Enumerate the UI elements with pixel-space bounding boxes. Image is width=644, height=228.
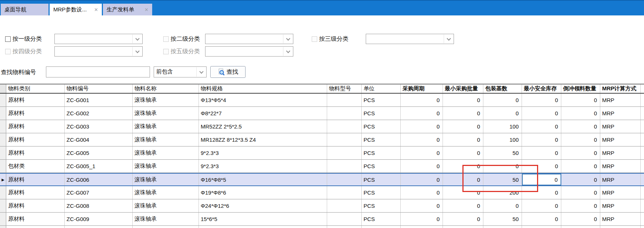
cell-category[interactable]: 包材类 bbox=[6, 160, 65, 173]
cell-unit[interactable]: PCS bbox=[362, 199, 401, 212]
cell-backflush_qty[interactable]: 0 bbox=[561, 107, 600, 120]
cell-package_base[interactable]: 0 bbox=[483, 160, 522, 173]
cell-backflush_qty[interactable]: 0 bbox=[561, 146, 600, 159]
cell-category[interactable]: 原材料 bbox=[6, 120, 65, 133]
cell-spec[interactable]: 9*2.3*3 bbox=[199, 146, 327, 159]
cell-unit[interactable]: PCS bbox=[362, 120, 401, 133]
cell-spec[interactable]: 9*2.3*3 bbox=[199, 160, 327, 173]
search-button[interactable]: 查找 bbox=[210, 66, 246, 78]
cell-code[interactable]: ZC-G003 bbox=[65, 120, 133, 133]
cell-package_base[interactable]: 200 bbox=[483, 186, 522, 199]
cell-purchase_cycle[interactable]: 0 bbox=[401, 146, 443, 159]
cell-code[interactable]: ZC-G007 bbox=[65, 186, 133, 199]
cell-unit[interactable]: PCS bbox=[362, 186, 401, 199]
cell-model[interactable] bbox=[327, 120, 362, 133]
cell-min_safe_stock[interactable]: 0 bbox=[522, 213, 561, 225]
table-row-ZC-G003[interactable]: 原材料ZC-G003滚珠轴承MR52ZZ 2*5*2.5PCS0010000MR… bbox=[0, 120, 644, 133]
cell-mrp_method[interactable]: MRP bbox=[600, 199, 641, 212]
cell-unit[interactable]: PCS bbox=[362, 213, 401, 225]
table-row-ZC-G007[interactable]: 原材料ZC-G007滚珠轴承Φ19*Φ8*6PCS0020000MRP bbox=[0, 186, 644, 199]
cell-min_safe_stock[interactable]: 0 bbox=[522, 160, 561, 173]
cell-spec[interactable]: Φ13*Φ5*4 bbox=[199, 94, 327, 106]
row-indicator[interactable] bbox=[0, 146, 6, 159]
checkbox-level1-category[interactable] bbox=[5, 36, 11, 42]
cell-spec[interactable]: 15*6*5 bbox=[199, 213, 327, 225]
cell-code[interactable]: ZC-G004 bbox=[65, 133, 133, 146]
table-row-ZC-G005[interactable]: 原材料ZC-G005滚珠轴承9*2.3*3PCS005000MRP bbox=[0, 146, 644, 160]
cell-purchase_cycle[interactable]: 0 bbox=[401, 213, 443, 225]
cell-name[interactable]: 滚珠轴承 bbox=[133, 186, 199, 199]
cell-min_purchase_qty[interactable]: 0 bbox=[443, 174, 483, 185]
col-header-package_base[interactable]: 包装基数 bbox=[483, 84, 522, 93]
col-header-spec[interactable]: 物料规格 bbox=[199, 84, 327, 93]
cell-min_purchase_qty[interactable]: 0 bbox=[443, 213, 483, 225]
cell-category[interactable]: 原材料 bbox=[6, 94, 65, 106]
cell-mrp_method[interactable]: MRP bbox=[600, 174, 641, 185]
cell-name[interactable]: 滚珠轴承 bbox=[133, 199, 199, 212]
col-header-name[interactable]: 物料名称 bbox=[133, 84, 199, 93]
cell-name[interactable]: 滚珠轴承 bbox=[133, 94, 199, 106]
cell-code[interactable]: ZC-G005 bbox=[65, 146, 133, 159]
cell-name[interactable]: 滚珠轴承 bbox=[133, 133, 199, 146]
cell-purchase_cycle[interactable]: 0 bbox=[401, 199, 443, 212]
cell-package_base[interactable]: 50 bbox=[483, 146, 522, 159]
cell-package_base[interactable]: 50 bbox=[483, 213, 522, 225]
row-indicator[interactable] bbox=[0, 213, 6, 225]
combo-level2-category[interactable] bbox=[205, 34, 293, 44]
cell-min_safe_stock[interactable]: 0 bbox=[522, 146, 561, 159]
combo-level1-category[interactable] bbox=[54, 34, 143, 44]
cell-min_purchase_qty[interactable]: 0 bbox=[443, 94, 483, 106]
cell-code[interactable]: ZC-G009 bbox=[65, 213, 133, 225]
cell-category[interactable]: 原材料 bbox=[6, 199, 65, 212]
cell-code[interactable]: ZC-G008 bbox=[65, 199, 133, 212]
cell-min_safe_stock[interactable]: 0 bbox=[522, 174, 561, 185]
cell-unit[interactable]: PCS bbox=[362, 160, 401, 173]
cell-unit[interactable]: PCS bbox=[362, 107, 401, 120]
cell-model[interactable] bbox=[327, 107, 362, 120]
cell-package_base[interactable]: 100 bbox=[483, 133, 522, 146]
cell-purchase_cycle[interactable]: 0 bbox=[401, 120, 443, 133]
col-header-backflush_qty[interactable]: 倒冲领料数量 bbox=[561, 84, 600, 93]
col-header-mrp_method[interactable]: MRP计算方式 bbox=[600, 84, 641, 93]
cell-code[interactable]: ZC-G005_1 bbox=[65, 160, 133, 173]
cell-min_purchase_qty[interactable]: 0 bbox=[443, 160, 483, 173]
cell-purchase_cycle[interactable]: 0 bbox=[401, 160, 443, 173]
col-header-min_purchase_qty[interactable]: 最小采购批量 bbox=[443, 84, 483, 93]
cell-spec[interactable]: MR128ZZ 8*12*3.5 Z4 bbox=[199, 133, 327, 146]
col-header-category[interactable]: 物料类别 bbox=[6, 84, 65, 93]
cell-spec[interactable]: Φ8*22*7 bbox=[199, 107, 327, 120]
cell-mrp_method[interactable]: MRP bbox=[600, 146, 641, 159]
col-header-code[interactable]: 物料编号 bbox=[65, 84, 133, 93]
tab-production-issue[interactable]: 生产发料单 ✕ bbox=[103, 4, 152, 15]
cell-category[interactable]: 原材料 bbox=[6, 174, 65, 185]
cell-backflush_qty[interactable]: 0 bbox=[561, 133, 600, 146]
col-header-min_safe_stock[interactable]: 最小安全库存 bbox=[522, 84, 561, 93]
close-icon[interactable]: ✕ bbox=[144, 7, 149, 12]
combo-level3-category[interactable] bbox=[366, 34, 454, 44]
cell-backflush_qty[interactable]: 0 bbox=[561, 160, 600, 173]
cell-purchase_cycle[interactable]: 0 bbox=[401, 107, 443, 120]
cell-mrp_method[interactable]: MRP bbox=[600, 120, 641, 133]
cell-model[interactable] bbox=[327, 146, 362, 159]
table-row-ZC-G005_1[interactable]: 包材类ZC-G005_1滚珠轴承9*2.3*3PCS00000MRP bbox=[0, 160, 644, 173]
table-row-ZC-G002[interactable]: 原材料ZC-G002滚珠轴承Φ8*22*7PCS00000MRP bbox=[0, 107, 644, 120]
cell-mrp_method[interactable]: MRP bbox=[600, 213, 641, 225]
cell-model[interactable] bbox=[327, 213, 362, 225]
checkbox-level5-category[interactable] bbox=[163, 49, 169, 54]
cell-min_purchase_qty[interactable]: 0 bbox=[443, 107, 483, 120]
cell-code[interactable]: ZC-G001 bbox=[65, 94, 133, 106]
cell-min_purchase_qty[interactable]: 0 bbox=[443, 186, 483, 199]
checkbox-level3-category[interactable] bbox=[312, 36, 317, 42]
row-indicator[interactable] bbox=[0, 107, 6, 120]
cell-unit[interactable]: PCS bbox=[362, 94, 401, 106]
cell-model[interactable] bbox=[327, 199, 362, 212]
cell-mrp_method[interactable]: MRP bbox=[600, 133, 641, 146]
cell-purchase_cycle[interactable]: 0 bbox=[401, 186, 443, 199]
cell-name[interactable]: 滚珠轴承 bbox=[133, 146, 199, 159]
row-indicator[interactable] bbox=[0, 199, 6, 212]
cell-spec[interactable]: Φ19*Φ8*6 bbox=[199, 186, 327, 199]
cell-unit[interactable]: PCS bbox=[362, 133, 401, 146]
cell-min_safe_stock[interactable]: 0 bbox=[522, 120, 561, 133]
row-indicator[interactable] bbox=[0, 160, 6, 173]
cell-min_purchase_qty[interactable]: 0 bbox=[443, 133, 483, 146]
